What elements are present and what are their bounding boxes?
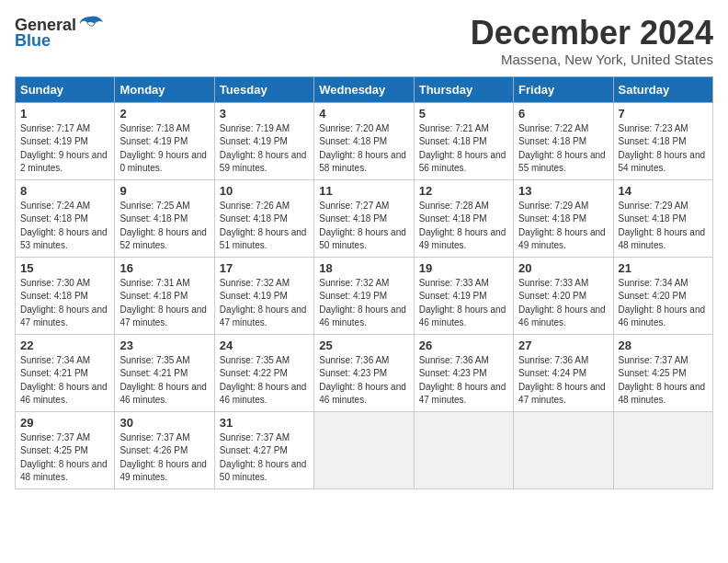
day-info: Sunrise: 7:30 AMSunset: 4:18 PMDaylight:… <box>20 278 108 328</box>
day-info: Sunrise: 7:32 AMSunset: 4:19 PMDaylight:… <box>220 278 307 328</box>
calendar-day-cell: 12 Sunrise: 7:28 AMSunset: 4:18 PMDaylig… <box>414 179 513 257</box>
calendar-day-cell: 19 Sunrise: 7:33 AMSunset: 4:19 PMDaylig… <box>414 257 513 334</box>
calendar-day-cell: 11 Sunrise: 7:27 AMSunset: 4:18 PMDaylig… <box>314 179 414 257</box>
calendar-day-cell <box>514 411 613 488</box>
day-number: 13 <box>518 184 608 198</box>
day-info: Sunrise: 7:25 AMSunset: 4:18 PMDaylight:… <box>119 201 207 251</box>
day-info: Sunrise: 7:21 AMSunset: 4:18 PMDaylight:… <box>419 123 506 174</box>
day-number: 29 <box>20 416 109 430</box>
calendar-day-cell: 15 Sunrise: 7:30 AMSunset: 4:18 PMDaylig… <box>16 257 115 334</box>
day-of-week-header: Monday <box>115 76 214 102</box>
day-number: 26 <box>419 339 508 352</box>
day-info: Sunrise: 7:33 AMSunset: 4:20 PMDaylight:… <box>518 278 606 328</box>
day-info: Sunrise: 7:36 AMSunset: 4:23 PMDaylight:… <box>419 355 506 406</box>
day-info: Sunrise: 7:27 AMSunset: 4:18 PMDaylight:… <box>319 201 406 251</box>
calendar-day-cell: 27 Sunrise: 7:36 AMSunset: 4:24 PMDaylig… <box>514 334 613 411</box>
day-info: Sunrise: 7:17 AMSunset: 4:19 PMDaylight:… <box>20 123 108 174</box>
day-number: 12 <box>419 184 508 198</box>
day-info: Sunrise: 7:18 AMSunset: 4:19 PMDaylight:… <box>119 123 207 174</box>
calendar-day-cell: 2 Sunrise: 7:18 AMSunset: 4:19 PMDayligh… <box>115 102 214 179</box>
day-number: 9 <box>119 184 209 198</box>
day-number: 30 <box>119 416 209 430</box>
calendar-day-cell: 29 Sunrise: 7:37 AMSunset: 4:25 PMDaylig… <box>16 411 115 488</box>
day-of-week-header: Tuesday <box>214 76 313 102</box>
day-number: 27 <box>518 339 608 352</box>
calendar-day-cell: 18 Sunrise: 7:32 AMSunset: 4:19 PMDaylig… <box>314 257 414 334</box>
day-info: Sunrise: 7:37 AMSunset: 4:25 PMDaylight:… <box>619 355 706 406</box>
calendar-day-cell <box>613 411 712 488</box>
day-number: 11 <box>319 184 408 198</box>
day-number: 1 <box>20 107 109 121</box>
calendar-week-row: 22 Sunrise: 7:34 AMSunset: 4:21 PMDaylig… <box>16 334 713 411</box>
day-number: 17 <box>220 261 309 275</box>
calendar-table: SundayMondayTuesdayWednesdayThursdayFrid… <box>15 76 713 489</box>
day-number: 21 <box>619 261 708 275</box>
calendar-day-cell: 25 Sunrise: 7:36 AMSunset: 4:23 PMDaylig… <box>314 334 414 411</box>
day-number: 22 <box>20 339 109 352</box>
day-info: Sunrise: 7:37 AMSunset: 4:26 PMDaylight:… <box>119 432 207 483</box>
calendar-day-cell: 31 Sunrise: 7:37 AMSunset: 4:27 PMDaylig… <box>214 411 313 488</box>
day-number: 16 <box>119 261 209 275</box>
calendar-day-cell: 16 Sunrise: 7:31 AMSunset: 4:18 PMDaylig… <box>115 257 214 334</box>
day-number: 2 <box>119 107 209 121</box>
day-info: Sunrise: 7:26 AMSunset: 4:18 PMDaylight:… <box>220 201 307 251</box>
calendar-day-cell: 30 Sunrise: 7:37 AMSunset: 4:26 PMDaylig… <box>115 411 214 488</box>
calendar-day-cell: 26 Sunrise: 7:36 AMSunset: 4:23 PMDaylig… <box>414 334 513 411</box>
day-info: Sunrise: 7:36 AMSunset: 4:24 PMDaylight:… <box>518 355 606 406</box>
location-title: Massena, New York, United States <box>471 52 713 67</box>
day-info: Sunrise: 7:35 AMSunset: 4:21 PMDaylight:… <box>119 355 207 406</box>
calendar-day-cell: 23 Sunrise: 7:35 AMSunset: 4:21 PMDaylig… <box>115 334 214 411</box>
logo-bird-icon <box>78 15 104 35</box>
calendar-day-cell: 6 Sunrise: 7:22 AMSunset: 4:18 PMDayligh… <box>514 102 613 179</box>
day-number: 18 <box>319 261 408 275</box>
calendar-day-cell: 3 Sunrise: 7:19 AMSunset: 4:19 PMDayligh… <box>214 102 313 179</box>
calendar-day-cell: 5 Sunrise: 7:21 AMSunset: 4:18 PMDayligh… <box>414 102 513 179</box>
day-info: Sunrise: 7:19 AMSunset: 4:19 PMDaylight:… <box>220 123 307 174</box>
calendar-week-row: 29 Sunrise: 7:37 AMSunset: 4:25 PMDaylig… <box>16 411 713 488</box>
day-info: Sunrise: 7:29 AMSunset: 4:18 PMDaylight:… <box>619 201 706 251</box>
day-number: 8 <box>20 184 109 198</box>
day-number: 25 <box>319 339 408 352</box>
calendar-body: 1 Sunrise: 7:17 AMSunset: 4:19 PMDayligh… <box>16 102 713 488</box>
day-info: Sunrise: 7:35 AMSunset: 4:22 PMDaylight:… <box>220 355 307 406</box>
calendar-week-row: 15 Sunrise: 7:30 AMSunset: 4:18 PMDaylig… <box>16 257 713 334</box>
calendar-day-cell: 20 Sunrise: 7:33 AMSunset: 4:20 PMDaylig… <box>514 257 613 334</box>
day-number: 3 <box>220 107 309 121</box>
calendar-day-cell: 8 Sunrise: 7:24 AMSunset: 4:18 PMDayligh… <box>16 179 115 257</box>
day-of-week-header: Sunday <box>16 76 115 102</box>
day-info: Sunrise: 7:29 AMSunset: 4:18 PMDaylight:… <box>518 201 606 251</box>
day-number: 28 <box>619 339 708 352</box>
day-info: Sunrise: 7:34 AMSunset: 4:21 PMDaylight:… <box>20 355 108 406</box>
day-of-week-header: Wednesday <box>314 76 414 102</box>
calendar-day-cell: 1 Sunrise: 7:17 AMSunset: 4:19 PMDayligh… <box>16 102 115 179</box>
day-of-week-header: Thursday <box>414 76 513 102</box>
day-info: Sunrise: 7:32 AMSunset: 4:19 PMDaylight:… <box>319 278 406 328</box>
calendar-day-cell: 24 Sunrise: 7:35 AMSunset: 4:22 PMDaylig… <box>214 334 313 411</box>
day-number: 31 <box>220 416 309 430</box>
day-number: 14 <box>619 184 708 198</box>
calendar-day-cell: 4 Sunrise: 7:20 AMSunset: 4:18 PMDayligh… <box>314 102 414 179</box>
calendar-day-cell: 14 Sunrise: 7:29 AMSunset: 4:18 PMDaylig… <box>613 179 712 257</box>
day-info: Sunrise: 7:34 AMSunset: 4:20 PMDaylight:… <box>619 278 706 328</box>
day-info: Sunrise: 7:31 AMSunset: 4:18 PMDaylight:… <box>119 278 207 328</box>
calendar-header-row: SundayMondayTuesdayWednesdayThursdayFrid… <box>16 76 713 102</box>
logo: General Blue <box>15 15 104 51</box>
day-number: 24 <box>220 339 309 352</box>
calendar-day-cell: 21 Sunrise: 7:34 AMSunset: 4:20 PMDaylig… <box>613 257 712 334</box>
calendar-day-cell <box>314 411 414 488</box>
day-info: Sunrise: 7:23 AMSunset: 4:18 PMDaylight:… <box>619 123 706 174</box>
day-number: 23 <box>119 339 209 352</box>
calendar-day-cell: 17 Sunrise: 7:32 AMSunset: 4:19 PMDaylig… <box>214 257 313 334</box>
day-number: 20 <box>518 261 608 275</box>
day-number: 4 <box>319 107 408 121</box>
day-info: Sunrise: 7:20 AMSunset: 4:18 PMDaylight:… <box>319 123 406 174</box>
calendar-day-cell: 7 Sunrise: 7:23 AMSunset: 4:18 PMDayligh… <box>613 102 712 179</box>
day-info: Sunrise: 7:24 AMSunset: 4:18 PMDaylight:… <box>20 201 108 251</box>
day-info: Sunrise: 7:28 AMSunset: 4:18 PMDaylight:… <box>419 201 506 251</box>
day-info: Sunrise: 7:36 AMSunset: 4:23 PMDaylight:… <box>319 355 406 406</box>
calendar-week-row: 8 Sunrise: 7:24 AMSunset: 4:18 PMDayligh… <box>16 179 713 257</box>
calendar-day-cell: 9 Sunrise: 7:25 AMSunset: 4:18 PMDayligh… <box>115 179 214 257</box>
day-number: 10 <box>220 184 309 198</box>
calendar-day-cell <box>414 411 513 488</box>
day-number: 5 <box>419 107 508 121</box>
